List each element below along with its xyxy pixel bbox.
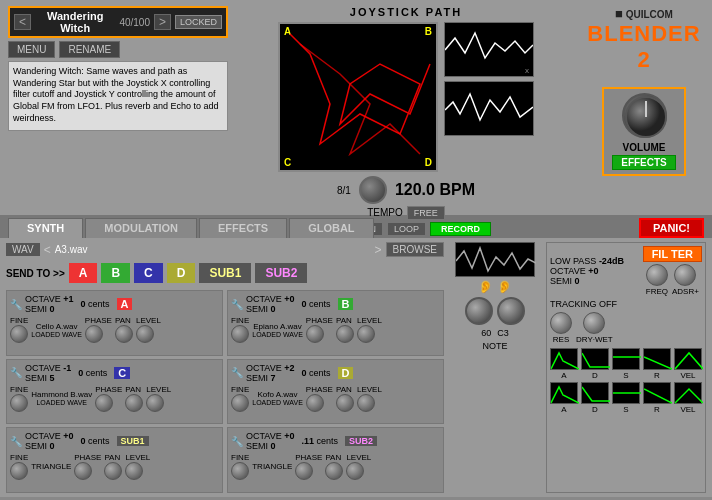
osc-sub2-level-knob[interactable] <box>346 462 364 480</box>
adsr-d-block: D <box>581 348 609 380</box>
browse-button[interactable]: BROWSE <box>386 242 444 257</box>
tab-global[interactable]: GLOBAL <box>289 218 373 238</box>
wav-selector-row: WAV < A3.wav > BROWSE <box>6 242 444 257</box>
adsr2-d-shape <box>581 382 609 404</box>
osc-a-cents: 0 cents <box>80 299 109 309</box>
osc-sub2-level-label: LEVEL <box>346 453 371 462</box>
right-osc-column: 🔧 OCTAVE +0 SEMI 0 0 cents B FINE <box>227 290 444 493</box>
osc-c-level-knob[interactable] <box>146 394 164 412</box>
tab-effects[interactable]: EFFECTS <box>199 218 287 238</box>
osc-d-pan-knob[interactable] <box>336 394 354 412</box>
osc-d-fine-knob[interactable] <box>231 394 249 412</box>
volume-knob[interactable] <box>622 93 667 138</box>
osc-c-phase-knob[interactable] <box>95 394 113 412</box>
osc-a-block: 🔧 OCTAVE +1 SEMI 0 0 cents A FINE <box>6 290 223 356</box>
osc-sub1-phase-knob[interactable] <box>74 462 92 480</box>
osc-b-fine-knob[interactable] <box>231 325 249 343</box>
joystick-path: A B C D <box>278 22 438 172</box>
adsr2-d-label: D <box>592 405 598 414</box>
wav-next-arrow[interactable]: > <box>375 243 382 257</box>
panic-button[interactable]: PANIC! <box>639 218 704 238</box>
channel-a-button[interactable]: A <box>69 263 98 283</box>
osc-sub2-settings-icon[interactable]: 🔧 <box>231 436 243 447</box>
osc-a-phase-knob[interactable] <box>85 325 103 343</box>
main-area: WAV < A3.wav > BROWSE SEND TO >> A B C D… <box>0 238 712 497</box>
menu-button[interactable]: MENU <box>8 41 55 58</box>
channel-sub2-button[interactable]: SUB2 <box>255 263 307 283</box>
osc-sub2-block: 🔧 OCTAVE +0 SEMI 0 .11 cents SUB2 FINE <box>227 427 444 493</box>
rename-button[interactable]: RENAME <box>59 41 120 58</box>
note-knob-1[interactable] <box>465 297 493 325</box>
preset-name: Wandering Witch <box>35 10 115 34</box>
preset-prev-button[interactable]: < <box>14 14 31 30</box>
filter-params: LOW PASS -24dB OCTAVE +0 SEMI 0 <box>550 256 624 286</box>
osc-a-pan-knob[interactable] <box>115 325 133 343</box>
tab-synth[interactable]: SYNTH <box>8 218 83 238</box>
filter-freq-knob[interactable] <box>646 264 668 286</box>
osc-a-fine-knob[interactable] <box>10 325 28 343</box>
osc-sub2-pan-knob[interactable] <box>325 462 343 480</box>
channel-sub1-button[interactable]: SUB1 <box>199 263 251 283</box>
filter-adsr-knob[interactable] <box>674 264 696 286</box>
record-button[interactable]: RECORD <box>430 222 491 236</box>
filter-res-knob[interactable] <box>550 312 572 334</box>
osc-sub1-pan-knob[interactable] <box>104 462 122 480</box>
osc-b-level-knob[interactable] <box>357 325 375 343</box>
osc-d-loaded-label: Kofo A.wav LOADED WAVE <box>252 390 303 406</box>
brand-text: ■ QUILCOM <box>584 6 704 21</box>
osc-c-pan-label: PAN <box>125 385 143 394</box>
tempo-label: TEMPO <box>367 207 403 218</box>
osc-a-loaded-label: Cello A.wav LOADED WAVE <box>31 322 82 338</box>
osc-c-pan-knob[interactable] <box>125 394 143 412</box>
adsr-s-shape <box>612 348 640 370</box>
osc-c-level-label: LEVEL <box>146 385 171 394</box>
adsr2-r-block: R <box>643 382 671 414</box>
tempo-free-option[interactable]: FREE <box>407 206 445 220</box>
tracking-label: TRACKING OFF <box>550 299 702 309</box>
adsr-d-label: D <box>592 371 598 380</box>
osc-sub1-level-knob[interactable] <box>125 462 143 480</box>
loop-button[interactable]: LOOP <box>387 222 426 236</box>
osc-c-cents: 0 cents <box>78 368 107 378</box>
osc-b-loaded-label: Epiano A.wav LOADED WAVE <box>252 322 303 338</box>
osc-d-octave: OCTAVE +2 <box>246 363 294 373</box>
osc-a-settings-icon[interactable]: 🔧 <box>10 299 22 310</box>
osc-sub2-fine-knob[interactable] <box>231 462 249 480</box>
osc-sub1-settings-icon[interactable]: 🔧 <box>10 436 22 447</box>
channel-b-button[interactable]: B <box>101 263 130 283</box>
filter-section: LOW PASS -24dB OCTAVE +0 SEMI 0 FIL TER … <box>546 242 706 493</box>
locked-badge: LOCKED <box>175 15 222 29</box>
filter-knob-group: FREQ ADSR+ <box>646 264 699 296</box>
note-knob-2[interactable] <box>497 297 525 325</box>
joystick-container: A B C D x <box>278 22 534 172</box>
osc-sub2-phase-knob[interactable] <box>295 462 313 480</box>
effects-button[interactable]: EFFECTS <box>612 155 676 170</box>
osc-d-settings-icon[interactable]: 🔧 <box>231 367 243 378</box>
top-section: < Wandering Witch 40/100 > LOCKED MENU R… <box>0 0 712 215</box>
wav-prev-arrow[interactable]: < <box>44 243 51 257</box>
low-pass-label: LOW PASS -24dB <box>550 256 624 266</box>
tab-modulation[interactable]: MODULATION <box>85 218 197 238</box>
tempo-knob[interactable] <box>359 176 387 204</box>
osc-d-phase-knob[interactable] <box>306 394 324 412</box>
filter-drywet-knob[interactable] <box>583 312 605 334</box>
osc-a-level-knob[interactable] <box>136 325 154 343</box>
osc-b-settings-icon[interactable]: 🔧 <box>231 299 243 310</box>
osc-a-fine-label: FINE <box>10 316 28 325</box>
osc-c-settings-icon[interactable]: 🔧 <box>10 367 22 378</box>
freq-label: FREQ <box>646 287 668 296</box>
osc-c-fine-knob[interactable] <box>10 394 28 412</box>
osc-d-level-knob[interactable] <box>357 394 375 412</box>
osc-d-semi: SEMI 7 <box>246 373 294 383</box>
adsr-a-block: A <box>550 348 578 380</box>
adsr-a-shape <box>550 348 578 370</box>
adsr2-a-label: A <box>561 405 566 414</box>
osc-b-pan-knob[interactable] <box>336 325 354 343</box>
osc-sub1-fine-knob[interactable] <box>10 462 28 480</box>
adsr-row-1: A D S R <box>550 348 702 380</box>
tempo-row: 8/1 120.0 BPM <box>337 176 475 204</box>
osc-b-phase-knob[interactable] <box>306 325 324 343</box>
preset-next-button[interactable]: > <box>154 14 171 30</box>
channel-d-button[interactable]: D <box>167 263 196 283</box>
channel-c-button[interactable]: C <box>134 263 163 283</box>
